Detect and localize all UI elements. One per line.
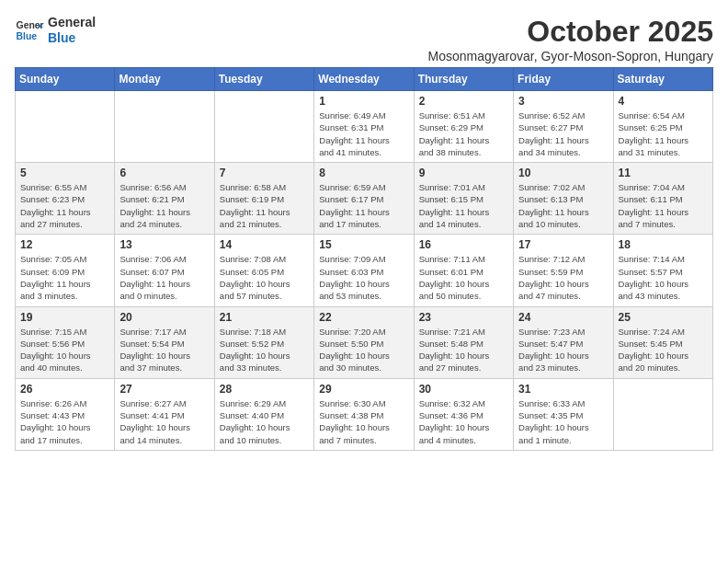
day-number: 14 [220, 238, 309, 251]
day-number: 20 [119, 311, 209, 324]
calendar-day-cell [16, 91, 115, 163]
calendar-day-cell: 28Sunrise: 6:29 AM Sunset: 4:40 PM Dayli… [214, 378, 313, 450]
logo-icon: General Blue [15, 16, 44, 45]
calendar-day-cell [613, 378, 712, 450]
day-info: Sunrise: 6:27 AM Sunset: 4:41 PM Dayligh… [119, 397, 209, 446]
calendar-day-cell: 29Sunrise: 6:30 AM Sunset: 4:38 PM Dayli… [314, 378, 414, 450]
calendar-week-row: 12Sunrise: 7:05 AM Sunset: 6:09 PM Dayli… [16, 235, 713, 306]
day-number: 13 [119, 238, 209, 251]
day-info: Sunrise: 7:08 AM Sunset: 6:05 PM Dayligh… [220, 253, 309, 302]
day-number: 16 [419, 238, 508, 251]
day-number: 23 [419, 311, 508, 324]
day-info: Sunrise: 6:56 AM Sunset: 6:21 PM Dayligh… [119, 181, 209, 230]
day-number: 6 [119, 167, 209, 179]
day-number: 19 [20, 311, 109, 324]
day-number: 29 [319, 383, 408, 396]
day-info: Sunrise: 6:26 AM Sunset: 4:43 PM Dayligh… [20, 397, 109, 446]
calendar-day-cell: 22Sunrise: 7:20 AM Sunset: 5:50 PM Dayli… [314, 306, 414, 378]
calendar-day-cell: 14Sunrise: 7:08 AM Sunset: 6:05 PM Dayli… [214, 235, 313, 306]
day-info: Sunrise: 6:59 AM Sunset: 6:17 PM Dayligh… [319, 181, 408, 230]
calendar-day-cell: 25Sunrise: 7:24 AM Sunset: 5:45 PM Dayli… [613, 306, 712, 378]
day-info: Sunrise: 7:18 AM Sunset: 5:52 PM Dayligh… [220, 326, 309, 374]
weekday-header-row: SundayMondayTuesdayWednesdayThursdayFrid… [16, 68, 713, 91]
logo: General Blue General Blue [15, 15, 96, 46]
calendar-day-cell: 31Sunrise: 6:33 AM Sunset: 4:35 PM Dayli… [514, 378, 613, 450]
calendar-week-row: 26Sunrise: 6:26 AM Sunset: 4:43 PM Dayli… [16, 378, 713, 450]
day-info: Sunrise: 7:02 AM Sunset: 6:13 PM Dayligh… [518, 181, 608, 230]
title-block: October 2025 Mosonmagyarovar, Gyor-Moson… [428, 15, 713, 63]
calendar-day-cell: 8Sunrise: 6:59 AM Sunset: 6:17 PM Daylig… [314, 163, 414, 235]
day-info: Sunrise: 6:30 AM Sunset: 4:38 PM Dayligh… [319, 397, 408, 446]
day-number: 17 [518, 238, 608, 251]
day-info: Sunrise: 7:04 AM Sunset: 6:11 PM Dayligh… [619, 181, 708, 230]
calendar-day-cell: 21Sunrise: 7:18 AM Sunset: 5:52 PM Dayli… [214, 306, 313, 378]
calendar-day-cell: 4Sunrise: 6:54 AM Sunset: 6:25 PM Daylig… [613, 91, 712, 163]
calendar-day-cell: 12Sunrise: 7:05 AM Sunset: 6:09 PM Dayli… [16, 235, 115, 306]
day-info: Sunrise: 7:23 AM Sunset: 5:47 PM Dayligh… [518, 326, 608, 374]
day-info: Sunrise: 7:21 AM Sunset: 5:48 PM Dayligh… [419, 326, 508, 374]
day-number: 11 [619, 167, 708, 179]
day-info: Sunrise: 7:09 AM Sunset: 6:03 PM Dayligh… [319, 253, 408, 302]
day-info: Sunrise: 6:54 AM Sunset: 6:25 PM Dayligh… [619, 109, 708, 158]
day-info: Sunrise: 6:51 AM Sunset: 6:29 PM Dayligh… [419, 109, 508, 158]
day-number: 4 [619, 95, 708, 108]
svg-text:Blue: Blue [17, 30, 38, 40]
calendar-day-cell: 10Sunrise: 7:02 AM Sunset: 6:13 PM Dayli… [514, 163, 613, 235]
calendar-day-cell: 6Sunrise: 6:56 AM Sunset: 6:21 PM Daylig… [115, 163, 214, 235]
weekday-header-cell: Monday [115, 68, 214, 91]
day-info: Sunrise: 7:01 AM Sunset: 6:15 PM Dayligh… [419, 181, 508, 230]
calendar-week-row: 5Sunrise: 6:55 AM Sunset: 6:23 PM Daylig… [16, 163, 713, 235]
day-info: Sunrise: 7:05 AM Sunset: 6:09 PM Dayligh… [20, 253, 109, 302]
day-number: 25 [619, 311, 708, 324]
calendar-day-cell: 19Sunrise: 7:15 AM Sunset: 5:56 PM Dayli… [16, 306, 115, 378]
weekday-header-cell: Wednesday [314, 68, 414, 91]
calendar-day-cell: 13Sunrise: 7:06 AM Sunset: 6:07 PM Dayli… [115, 235, 214, 306]
day-info: Sunrise: 6:32 AM Sunset: 4:36 PM Dayligh… [419, 397, 508, 446]
calendar-day-cell [214, 91, 313, 163]
calendar-day-cell [115, 91, 214, 163]
day-number: 22 [319, 311, 408, 324]
calendar-day-cell: 15Sunrise: 7:09 AM Sunset: 6:03 PM Dayli… [314, 235, 414, 306]
calendar-day-cell: 11Sunrise: 7:04 AM Sunset: 6:11 PM Dayli… [613, 163, 712, 235]
day-number: 7 [220, 167, 309, 179]
calendar-day-cell: 27Sunrise: 6:27 AM Sunset: 4:41 PM Dayli… [115, 378, 214, 450]
calendar-week-row: 19Sunrise: 7:15 AM Sunset: 5:56 PM Dayli… [16, 306, 713, 378]
day-number: 18 [619, 238, 708, 251]
calendar-day-cell: 26Sunrise: 6:26 AM Sunset: 4:43 PM Dayli… [16, 378, 115, 450]
day-number: 28 [220, 383, 309, 396]
calendar-day-cell: 1Sunrise: 6:49 AM Sunset: 6:31 PM Daylig… [314, 91, 414, 163]
day-number: 24 [518, 311, 608, 324]
day-number: 31 [518, 383, 608, 396]
weekday-header-cell: Thursday [414, 68, 513, 91]
day-number: 12 [20, 238, 109, 251]
day-info: Sunrise: 7:15 AM Sunset: 5:56 PM Dayligh… [20, 326, 109, 374]
day-number: 26 [20, 383, 109, 396]
day-number: 9 [419, 167, 508, 179]
calendar-day-cell: 17Sunrise: 7:12 AM Sunset: 5:59 PM Dayli… [514, 235, 613, 306]
day-number: 8 [319, 167, 408, 179]
calendar-day-cell: 3Sunrise: 6:52 AM Sunset: 6:27 PM Daylig… [514, 91, 613, 163]
day-info: Sunrise: 7:06 AM Sunset: 6:07 PM Dayligh… [119, 253, 209, 302]
calendar-day-cell: 24Sunrise: 7:23 AM Sunset: 5:47 PM Dayli… [514, 306, 613, 378]
day-info: Sunrise: 6:29 AM Sunset: 4:40 PM Dayligh… [220, 397, 309, 446]
day-info: Sunrise: 7:24 AM Sunset: 5:45 PM Dayligh… [619, 326, 708, 374]
calendar-day-cell: 5Sunrise: 6:55 AM Sunset: 6:23 PM Daylig… [16, 163, 115, 235]
day-number: 2 [419, 95, 508, 108]
calendar-day-cell: 30Sunrise: 6:32 AM Sunset: 4:36 PM Dayli… [414, 378, 513, 450]
location: Mosonmagyarovar, Gyor-Moson-Sopron, Hung… [428, 49, 713, 63]
day-info: Sunrise: 6:52 AM Sunset: 6:27 PM Dayligh… [518, 109, 608, 158]
day-number: 1 [319, 95, 408, 108]
day-number: 5 [20, 167, 109, 179]
day-info: Sunrise: 7:14 AM Sunset: 5:57 PM Dayligh… [619, 253, 708, 302]
calendar-day-cell: 9Sunrise: 7:01 AM Sunset: 6:15 PM Daylig… [414, 163, 513, 235]
day-number: 30 [419, 383, 508, 396]
day-info: Sunrise: 6:58 AM Sunset: 6:19 PM Dayligh… [220, 181, 309, 230]
calendar-week-row: 1Sunrise: 6:49 AM Sunset: 6:31 PM Daylig… [16, 91, 713, 163]
weekday-header-cell: Saturday [613, 68, 712, 91]
weekday-header-cell: Sunday [16, 68, 115, 91]
month-title: October 2025 [428, 15, 713, 49]
day-info: Sunrise: 7:11 AM Sunset: 6:01 PM Dayligh… [419, 253, 508, 302]
day-info: Sunrise: 7:17 AM Sunset: 5:54 PM Dayligh… [119, 326, 209, 374]
calendar-body: 1Sunrise: 6:49 AM Sunset: 6:31 PM Daylig… [16, 91, 713, 451]
calendar-day-cell: 23Sunrise: 7:21 AM Sunset: 5:48 PM Dayli… [414, 306, 513, 378]
